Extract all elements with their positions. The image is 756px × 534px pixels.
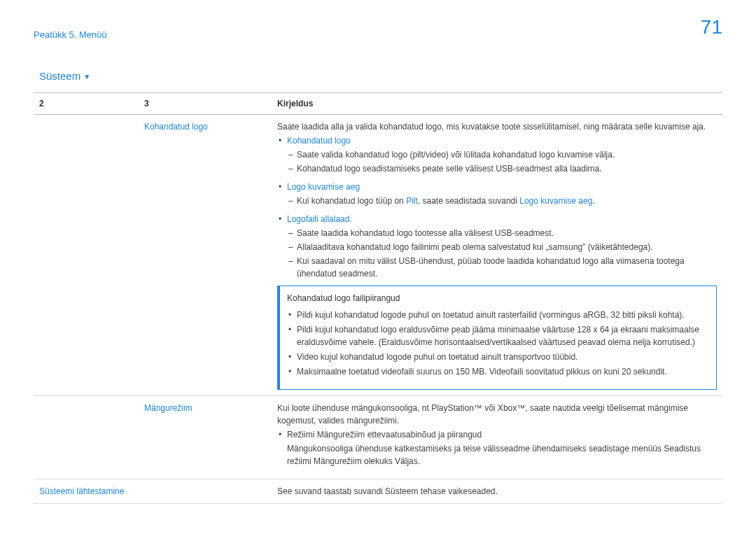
b2-title: Logo kuvamise aeg bbox=[287, 182, 360, 192]
b1-s1: Saate valida kohandatud logo (pilt/video… bbox=[288, 148, 717, 161]
table-row: Süsteemi lähtestamine See suvand taastab… bbox=[34, 479, 722, 504]
b3-s3: Kui saadaval on mitu välist USB-ühendust… bbox=[288, 255, 717, 280]
b3-s2: Allalaaditava kohandatud logo failinimi … bbox=[288, 241, 717, 253]
row1-intro: Saate laadida alla ja valida kohandatud … bbox=[277, 120, 717, 133]
breadcrumb: Peatükk 5. Menüü bbox=[34, 28, 722, 42]
row2-li1-sub: Mängukonsooliga ühenduse katkestamiseks … bbox=[287, 442, 717, 468]
row1-label: Kohandatud logo bbox=[139, 115, 272, 396]
callout-title: Kohandatud logo failipiirangud bbox=[287, 292, 709, 304]
section-title-text: Süsteem bbox=[39, 70, 80, 82]
b1-s2: Kohandatud logo seadistamiseks peate sel… bbox=[288, 162, 717, 175]
callout-li: Pildi kujul kohandatud logode puhul on t… bbox=[288, 309, 709, 321]
header-3: 3 bbox=[139, 93, 272, 115]
b3-title: Logofaili allalaad. bbox=[287, 214, 352, 224]
callout-box: Kohandatud logo failipiirangud Pildi kuj… bbox=[277, 286, 717, 390]
b2-s1: Kui kohandatud logo tüüp on Pilt, saate … bbox=[288, 195, 717, 207]
header-2: 2 bbox=[34, 93, 139, 115]
header-desc: Kirjeldus bbox=[272, 93, 722, 115]
b1-title: Kohandatud logo bbox=[287, 136, 351, 146]
row2-p1: Kui loote ühenduse mängukonsooliga, nt P… bbox=[277, 402, 717, 427]
settings-table: 2 3 Kirjeldus Kohandatud logo Saate laad… bbox=[34, 92, 722, 504]
chevron-down-icon bbox=[80, 70, 90, 82]
row2-label: Mängurežiim bbox=[139, 396, 272, 479]
callout-li: Maksimaalne toetatud videofaili suurus o… bbox=[288, 365, 709, 378]
row3-desc: See suvand taastab suvandi Süsteem tehas… bbox=[272, 479, 722, 504]
callout-li: Video kujul kohandatud logode puhul on t… bbox=[288, 351, 709, 363]
section-title[interactable]: Süsteem bbox=[39, 69, 722, 85]
table-row: Kohandatud logo Saate laadida alla ja va… bbox=[34, 115, 722, 396]
b3-s1: Saate laadida kohandatud logo tootesse a… bbox=[288, 227, 717, 239]
callout-li: Pildi kujul kohandatud logo eraldusvõime… bbox=[288, 323, 709, 349]
row3-label: Süsteemi lähtestamine bbox=[34, 479, 139, 504]
row2-li1: Režiimi Mängurežiim ettevaatusabinõud ja… bbox=[279, 428, 717, 468]
page-number: 71 bbox=[701, 13, 722, 42]
table-row: Mängurežiim Kui loote ühenduse mängukons… bbox=[34, 396, 722, 479]
